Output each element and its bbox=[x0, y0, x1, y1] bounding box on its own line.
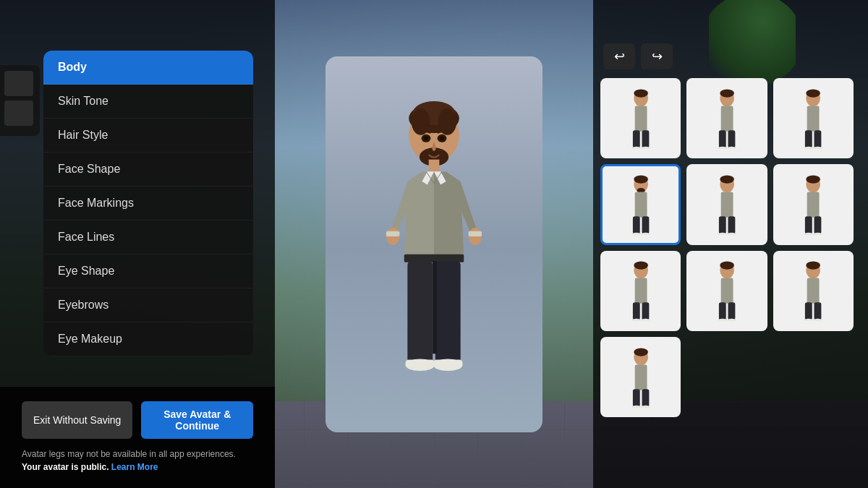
svg-point-39 bbox=[806, 89, 820, 97]
svg-rect-42 bbox=[814, 130, 822, 148]
nav-item-skin-tone[interactable]: Skin Tone bbox=[43, 85, 253, 119]
svg-rect-41 bbox=[805, 130, 812, 148]
right-panel: ↩ ↪ bbox=[600, 43, 854, 417]
svg-rect-77 bbox=[719, 302, 726, 320]
svg-rect-14 bbox=[435, 260, 461, 363]
svg-rect-84 bbox=[805, 303, 812, 321]
svg-rect-33 bbox=[721, 106, 733, 131]
svg-rect-34 bbox=[719, 130, 726, 148]
navigation-panel: Body Skin Tone Hair Style Face Shape Fac… bbox=[43, 51, 253, 356]
svg-rect-49 bbox=[632, 216, 639, 234]
avatar-option-4[interactable] bbox=[600, 164, 681, 244]
svg-rect-19 bbox=[433, 359, 462, 367]
svg-point-46 bbox=[634, 175, 648, 183]
nav-item-eye-shape[interactable]: Eye Shape bbox=[43, 254, 253, 288]
edge-item-1 bbox=[4, 71, 33, 96]
nav-item-eye-makeup[interactable]: Eye Makeup bbox=[43, 322, 253, 356]
svg-point-9 bbox=[440, 136, 444, 140]
svg-rect-56 bbox=[719, 216, 726, 234]
nav-item-face-lines[interactable]: Face Lines bbox=[43, 221, 253, 254]
svg-rect-70 bbox=[632, 302, 639, 320]
svg-rect-69 bbox=[634, 278, 647, 304]
svg-rect-64 bbox=[814, 216, 822, 234]
svg-rect-10 bbox=[429, 159, 440, 172]
svg-rect-57 bbox=[728, 216, 735, 234]
nav-item-face-markings[interactable]: Face Markings bbox=[43, 187, 253, 221]
svg-rect-15 bbox=[433, 260, 437, 353]
avatar-option-8[interactable] bbox=[686, 251, 767, 331]
avatar-option-10[interactable] bbox=[600, 337, 681, 417]
nav-item-face-shape[interactable]: Face Shape bbox=[43, 153, 253, 187]
avatar-option-7[interactable] bbox=[600, 251, 681, 331]
avatar-options-grid bbox=[600, 78, 854, 417]
exit-button[interactable]: Exit Without Saving bbox=[22, 401, 132, 439]
nav-item-body[interactable]: Body bbox=[43, 51, 253, 85]
svg-rect-17 bbox=[406, 359, 435, 367]
svg-point-82 bbox=[806, 262, 820, 270]
svg-rect-71 bbox=[642, 302, 649, 320]
svg-rect-90 bbox=[634, 364, 647, 390]
learn-more-link[interactable]: Learn More bbox=[111, 462, 158, 472]
svg-rect-50 bbox=[642, 216, 649, 234]
svg-rect-40 bbox=[807, 106, 820, 131]
undo-button[interactable]: ↩ bbox=[603, 43, 635, 69]
svg-rect-92 bbox=[642, 389, 649, 407]
svg-point-8 bbox=[424, 136, 428, 140]
svg-rect-28 bbox=[642, 130, 649, 148]
avatar-option-3[interactable] bbox=[773, 78, 854, 158]
avatar-option-9[interactable] bbox=[773, 251, 854, 331]
svg-rect-85 bbox=[814, 303, 822, 321]
edge-item-2 bbox=[4, 100, 33, 126]
svg-rect-63 bbox=[805, 216, 812, 234]
svg-rect-27 bbox=[632, 130, 639, 148]
toolbar: ↩ ↪ bbox=[600, 43, 854, 69]
svg-rect-62 bbox=[807, 192, 820, 217]
avatar-option-6[interactable] bbox=[773, 164, 854, 244]
svg-point-25 bbox=[634, 89, 648, 97]
redo-button[interactable]: ↪ bbox=[641, 43, 673, 69]
svg-rect-22 bbox=[386, 231, 399, 236]
avatar-figure bbox=[362, 85, 506, 403]
svg-point-61 bbox=[806, 175, 820, 183]
svg-point-89 bbox=[634, 348, 648, 356]
avatar-option-5[interactable] bbox=[686, 164, 767, 244]
avatar-option-1[interactable] bbox=[600, 78, 681, 158]
nav-item-hair-style[interactable]: Hair Style bbox=[43, 119, 253, 153]
avatar-option-2[interactable] bbox=[686, 78, 767, 158]
svg-rect-26 bbox=[634, 106, 647, 131]
svg-point-68 bbox=[634, 262, 648, 270]
bottom-controls: Exit Without Saving Save Avatar & Contin… bbox=[0, 387, 275, 488]
notice-text: Avatar legs may not be available in all … bbox=[22, 448, 253, 474]
svg-rect-23 bbox=[469, 231, 482, 236]
svg-rect-55 bbox=[721, 192, 733, 217]
svg-point-75 bbox=[720, 262, 734, 270]
svg-rect-78 bbox=[728, 302, 735, 320]
svg-rect-13 bbox=[407, 260, 433, 363]
avatar-preview-card bbox=[326, 56, 542, 432]
save-button[interactable]: Save Avatar & Continue bbox=[141, 401, 253, 439]
svg-point-54 bbox=[720, 175, 734, 183]
svg-rect-48 bbox=[634, 192, 647, 217]
svg-rect-35 bbox=[728, 130, 735, 148]
svg-rect-76 bbox=[721, 278, 733, 304]
nav-item-eyebrows[interactable]: Eyebrows bbox=[43, 288, 253, 322]
left-edge-panel bbox=[0, 65, 40, 136]
svg-rect-83 bbox=[807, 278, 820, 304]
svg-rect-91 bbox=[632, 389, 639, 407]
svg-point-32 bbox=[720, 89, 734, 97]
